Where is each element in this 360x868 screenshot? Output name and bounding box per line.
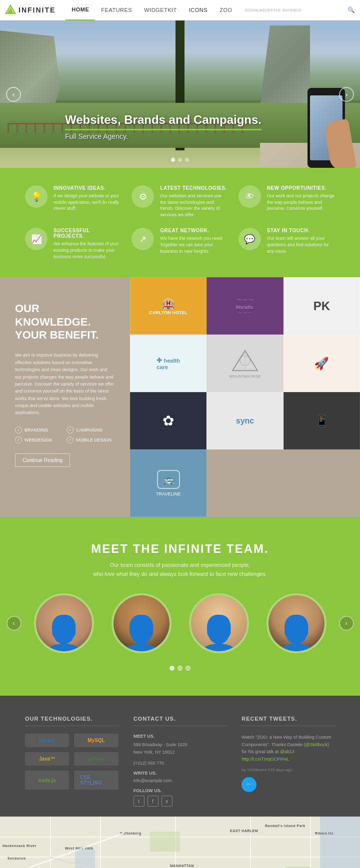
portfolio-item-tablet[interactable]: 📱 bbox=[284, 392, 360, 449]
logo-text: INFINITE bbox=[18, 6, 56, 14]
search-area[interactable]: 🔍 bbox=[348, 6, 355, 13]
label-randalls-island: Randall's Island Park bbox=[265, 824, 306, 828]
contact-heading: CONTACT US. bbox=[134, 716, 227, 726]
person-icon-1: 👤 bbox=[42, 616, 86, 651]
portfolio-section: OUR KNOWLEDGE. YOUR BENEFIT. We aim to i… bbox=[0, 277, 360, 517]
jquery-logo: jQuery bbox=[25, 734, 69, 747]
twitter-social-icon[interactable]: t bbox=[134, 796, 144, 807]
hero-section: Websites, Brands and Campaigns. Full Ser… bbox=[0, 20, 360, 168]
team-dot-1[interactable] bbox=[170, 666, 174, 671]
portfolio-grid: 🏨 CARLTON HOTEL ~~ ~~ ~~ biscuits. ~~ ~~… bbox=[130, 277, 360, 517]
portfolio-item-pk[interactable]: PK bbox=[284, 277, 360, 335]
css-text: CSS STYLING bbox=[80, 775, 112, 786]
team-description: Our team consists of passionate and expe… bbox=[15, 561, 345, 578]
tweets-heading: RECENT TWEETS. bbox=[242, 716, 335, 726]
features-section: 💡 INNOVATIVE IDEAS. If we design your we… bbox=[0, 168, 360, 277]
feature-touch: 💬 STAY IN TOUCH. Our team will answer al… bbox=[238, 228, 335, 260]
feature-projects: 📈 SUCCESSFUL PROJECTS. We enhance the fe… bbox=[25, 228, 122, 260]
team-avatar-1: 👤 bbox=[34, 593, 94, 653]
tweet-link-2[interactable]: @ab13 bbox=[280, 749, 294, 754]
python-logo: python bbox=[74, 752, 118, 766]
team-avatar-4: 👤 bbox=[266, 593, 326, 653]
contact-address: 588 Broadway · Suite 1020New York, NY 10… bbox=[134, 741, 227, 756]
social-icons: t f x bbox=[134, 796, 227, 807]
person-icon-4: 👤 bbox=[274, 616, 318, 651]
feature-title-6: STAY IN TOUCH. bbox=[267, 228, 335, 233]
nav-home[interactable]: HOME bbox=[66, 0, 95, 20]
check-icon-3: ✓ bbox=[15, 436, 22, 443]
portfolio-item-traveline[interactable]: 🚌 TRAVELINE bbox=[130, 449, 206, 517]
check-branding: ✓ BRANDING bbox=[15, 427, 64, 434]
face-2: 👤 bbox=[114, 595, 170, 651]
portfolio-item-health[interactable]: ✚ healthcare bbox=[130, 335, 206, 392]
team-section: MEET THE INFINITE TEAM. Our team consist… bbox=[0, 517, 360, 696]
team-next-button[interactable]: › bbox=[339, 616, 354, 631]
feature-icon-wrap-1: 💡 bbox=[25, 185, 48, 208]
hero-content: Websites, Brands and Campaigns. Full Ser… bbox=[65, 113, 262, 140]
footer-grid: OUR TECHNOLOGIES. jQuery MySQL Java™ pyt… bbox=[25, 716, 335, 807]
label-hackensack: Hackensack River bbox=[2, 844, 36, 848]
portfolio-item-rocket[interactable]: 🚀 bbox=[284, 335, 360, 392]
portfolio-item-biscuits[interactable]: ~~ ~~ ~~ biscuits. ~~ ~~ ~~ bbox=[206, 277, 283, 335]
nav-links: HOME FEATURES WIDGETKIT ICONS ZOO JOOMLA… bbox=[66, 0, 348, 20]
feature-text-3: Our work and our projects change the way… bbox=[267, 193, 335, 212]
team-prev-button[interactable]: ‹ bbox=[6, 616, 22, 631]
feature-innovative: 💡 INNOVATIVE IDEAS. If we design your we… bbox=[25, 185, 122, 218]
share-icon: ↗ bbox=[139, 234, 146, 245]
nodejs-text: node.js bbox=[38, 778, 56, 783]
street-v-5 bbox=[310, 817, 311, 868]
nav-features[interactable]: FEATURES bbox=[95, 0, 138, 20]
check-campaigns: ✓ CAMPAIGNS bbox=[66, 427, 115, 434]
portfolio-item-mountain[interactable]: MOUNTAIN RISE bbox=[206, 335, 283, 392]
logo[interactable]: INFINITE bbox=[5, 4, 56, 15]
face-3: 👤 bbox=[191, 595, 247, 651]
portfolio-item-flower[interactable]: ✿ bbox=[130, 392, 206, 449]
portfolio-item-sync[interactable]: sync bbox=[206, 392, 283, 449]
feature-text-1: If we design your website or your mobile… bbox=[54, 193, 122, 212]
continue-reading-button[interactable]: Continue Reading bbox=[15, 453, 70, 467]
water-right bbox=[320, 817, 360, 868]
jquery-text: jQuery bbox=[39, 738, 55, 743]
facebook-social-icon[interactable]: f bbox=[148, 796, 158, 807]
navigation: INFINITE HOME FEATURES WIDGETKIT ICONS Z… bbox=[0, 0, 360, 20]
hero-dot-2[interactable] bbox=[178, 158, 182, 162]
nav-zoo[interactable]: ZOO bbox=[214, 0, 238, 20]
logo-icon bbox=[5, 4, 16, 15]
check-mobile: ✓ MOBILE DESIGN bbox=[66, 436, 115, 443]
label-rikers: Rikers Isl. bbox=[315, 832, 334, 835]
team-dot-3[interactable] bbox=[186, 666, 190, 671]
portfolio-description: OUR KNOWLEDGE. YOUR BENEFIT. We aim to i… bbox=[0, 277, 130, 517]
tweet-link-1[interactable]: @Skillbock bbox=[305, 742, 328, 747]
tech-logos: jQuery MySQL Java™ python node.js CSS ST… bbox=[25, 734, 118, 790]
feature-icon-wrap-2: ⚙ bbox=[132, 185, 154, 208]
tweet-url[interactable]: http://t.co/TmqOCPIFeL bbox=[242, 757, 289, 762]
hero-dot-3[interactable] bbox=[185, 158, 189, 162]
gear-icon: ⚙ bbox=[139, 191, 147, 202]
footer-tweets: RECENT TWEETS. Watch "ZOO: a New Way of … bbox=[242, 716, 335, 807]
hero-dot-1[interactable] bbox=[171, 158, 175, 162]
feature-network: ↗ GREAT NETWORK. We have the network you… bbox=[132, 228, 228, 260]
feature-text-2: Our websites and services use the latest… bbox=[160, 193, 228, 218]
portfolio-item-hotel[interactable]: 🏨 CARLTON HOTEL bbox=[130, 277, 206, 335]
feature-content-5: GREAT NETWORK. We have the network you n… bbox=[160, 228, 228, 254]
person-icon-3: 👤 bbox=[197, 616, 240, 651]
nav-joomla[interactable]: JOOMLASUBTITLE INVISIBLE bbox=[238, 0, 308, 20]
feature-text-5: We have the network you need. Together w… bbox=[160, 235, 228, 254]
team-avatar-3: 👤 bbox=[189, 593, 249, 653]
other-social-icon[interactable]: x bbox=[162, 796, 172, 807]
label-secaucus: Secaucus bbox=[8, 857, 26, 860]
feature-text-6: Our team will answer all your questions … bbox=[267, 235, 335, 254]
hero-title: Websites, Brands and Campaigns. bbox=[65, 113, 262, 127]
nav-icons[interactable]: ICONS bbox=[183, 0, 214, 20]
hero-subtitle: Full Service Agency. bbox=[65, 132, 262, 140]
twitter-button[interactable]: 🐦 bbox=[242, 777, 256, 792]
hero-divider bbox=[65, 129, 262, 130]
hero-next-button[interactable]: › bbox=[339, 87, 354, 102]
contact-phone: (+212) 565 770 bbox=[134, 761, 227, 766]
hero-prev-button[interactable]: ‹ bbox=[6, 87, 21, 102]
nav-widgetkit[interactable]: WIDGETKIT bbox=[138, 0, 183, 20]
team-dot-2[interactable] bbox=[178, 666, 182, 671]
team-member-1: 👤 bbox=[29, 593, 99, 653]
footer-technologies: OUR TECHNOLOGIES. jQuery MySQL Java™ pyt… bbox=[25, 716, 118, 807]
tweet-text: Watch "ZOO: a New Way of Building Custom… bbox=[242, 734, 335, 763]
